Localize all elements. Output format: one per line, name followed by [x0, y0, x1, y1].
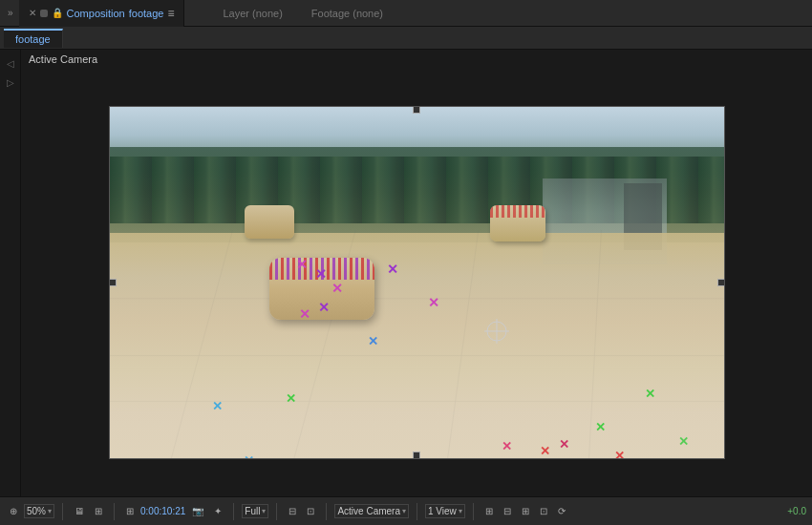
toolbar-sep-1 — [62, 503, 63, 520]
corner-handle-br[interactable] — [717, 452, 725, 459]
magnify-icon[interactable]: ⊕ — [6, 504, 21, 518]
bottom-toolbar: ⊕ 50% ▾ 🖥 ⊞ ⊞ 0:00:10:21 📷 ✦ Full ▾ ⊟ ⊡ … — [0, 496, 812, 525]
svg-line-3 — [171, 230, 232, 458]
grid-icon[interactable]: ⊞ — [91, 504, 106, 518]
resolution-dropdown-arrow: ▾ — [262, 507, 266, 515]
tab-composition-label: Composition — [67, 8, 125, 19]
corner-handle-bl[interactable] — [109, 452, 117, 459]
toolbar-group-magnify: ⊕ 50% ▾ — [6, 504, 54, 518]
render-icon-3[interactable]: ⊞ — [518, 504, 533, 518]
render-icon-1[interactable]: ⊞ — [481, 504, 497, 518]
tab-menu-icon[interactable]: ≡ — [167, 7, 174, 20]
magnify-value: 50% — [27, 506, 46, 516]
toolbar-group-render: ⊞ ⊟ ⊞ ⊡ ⟳ — [481, 504, 569, 518]
corner-handle-tr[interactable] — [717, 106, 725, 114]
view-dropdown-arrow: ▾ — [459, 507, 462, 515]
sidebar-tool-2[interactable]: ▷ — [3, 74, 18, 90]
tab-bar-icons: » — [2, 8, 19, 18]
star-icon[interactable]: ✦ — [210, 504, 225, 518]
timecode-value[interactable]: 0:00:10:21 — [140, 506, 185, 516]
camera-icon[interactable]: 📷 — [188, 504, 207, 518]
planter-small1-flowers — [490, 205, 545, 218]
toolbar-sep-6 — [417, 503, 417, 520]
toolbar-sep-4 — [276, 503, 277, 520]
layer-none-label: Layer (none) — [223, 8, 282, 19]
svg-line-6 — [588, 230, 601, 458]
lock-icon: 🔒 — [52, 8, 63, 18]
composition-canvas[interactable]: ✕ ✕ ✕ ✕ ✕ ✕ ✕ ✕ ✕ ✕ ✕ ✕ ✕ ✕ — [109, 106, 725, 459]
edge-handle-top[interactable] — [413, 106, 420, 114]
resolution-value: Full — [245, 506, 260, 516]
edge-handle-bottom[interactable] — [413, 452, 420, 459]
panel-tab-footage[interactable]: footage — [4, 29, 63, 48]
tab-composition[interactable]: ✕ 🔒 Composition footage ≡ — [19, 0, 185, 27]
magnify-dropdown-arrow: ▾ — [48, 507, 52, 515]
planter-small2 — [245, 205, 294, 239]
corner-handle-tl[interactable] — [109, 106, 117, 114]
region-icon-2[interactable]: ⊡ — [303, 504, 318, 518]
render-icon-2[interactable]: ⊟ — [500, 504, 515, 518]
canvas-wrapper: ✕ ✕ ✕ ✕ ✕ ✕ ✕ ✕ ✕ ✕ ✕ ✕ ✕ ✕ — [21, 69, 812, 496]
toolbar-group-region: ⊟ ⊡ — [285, 504, 318, 518]
active-camera-label: Active Camera — [21, 50, 812, 69]
render-icon-4[interactable]: ⊡ — [536, 504, 551, 518]
sidebar-tool-1[interactable]: ◁ — [3, 55, 18, 71]
camera-dropdown-arrow: ▾ — [402, 507, 406, 515]
canvas-area: Active Camera — [21, 50, 812, 496]
close-icon[interactable]: ✕ — [29, 8, 36, 18]
toolbar-group-time: ⊞ 0:00:10:21 📷 ✦ — [122, 504, 225, 518]
left-sidebar: ◁ ▷ — [0, 50, 21, 496]
chevron-right-icon[interactable]: » — [8, 8, 13, 18]
planter-small1 — [490, 205, 545, 242]
active-camera-select[interactable]: Active Camera ▾ — [334, 504, 409, 518]
main-layout: ◁ ▷ Active Camera — [0, 50, 812, 496]
toolbar-sep-3 — [233, 503, 234, 520]
scene-tiles — [110, 230, 724, 458]
footage-none-label: Footage (none) — [311, 8, 383, 19]
region-icon-1[interactable]: ⊟ — [285, 504, 300, 518]
toolbar-sep-2 — [114, 503, 115, 520]
tab-bar: » ✕ 🔒 Composition footage ≡ Layer (none)… — [0, 0, 812, 27]
plus-value: +0.0 — [787, 506, 806, 516]
toolbar-group-resolution: Full ▾ — [242, 504, 268, 518]
time-options-icon[interactable]: ⊞ — [122, 504, 138, 518]
magnify-select[interactable]: 50% ▾ — [24, 504, 54, 518]
edge-handle-right[interactable] — [717, 279, 725, 286]
active-camera-label: Active Camera — [337, 506, 400, 516]
tab-composition-name: footage — [129, 8, 164, 19]
monitor-icon[interactable]: 🖥 — [71, 504, 88, 518]
toolbar-group-value: +0.0 — [787, 506, 806, 516]
view-select[interactable]: 1 View ▾ — [425, 504, 465, 518]
toolbar-sep-5 — [326, 503, 327, 520]
toolbar-group-view: 1 View ▾ — [425, 504, 465, 518]
panel-header-tabs: footage — [0, 27, 812, 50]
tab-dot — [40, 10, 48, 17]
svg-line-5 — [447, 230, 478, 458]
render-icon-5[interactable]: ⟳ — [554, 504, 569, 518]
toolbar-group-camera: Active Camera ▾ — [334, 504, 409, 518]
resolution-select[interactable]: Full ▾ — [242, 504, 268, 518]
planter-large — [269, 258, 374, 320]
planter-large-flowers — [269, 258, 374, 280]
view-label: 1 View — [428, 506, 457, 516]
toolbar-group-monitor: 🖥 ⊞ — [71, 504, 106, 518]
toolbar-sep-7 — [473, 503, 474, 520]
edge-handle-left[interactable] — [109, 279, 117, 286]
